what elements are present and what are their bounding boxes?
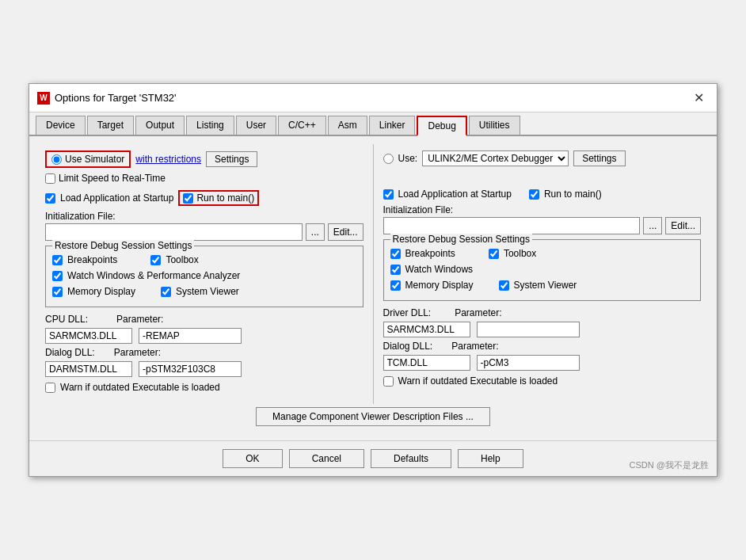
right-dialog-dll-label: Dialog DLL: bbox=[383, 341, 433, 352]
restrictions-link[interactable]: with restrictions bbox=[135, 154, 201, 165]
left-cpu-dll-input[interactable] bbox=[45, 328, 132, 344]
cancel-button[interactable]: Cancel bbox=[289, 449, 364, 468]
left-cpu-dll-inputs bbox=[45, 328, 363, 344]
left-warn-label: Warn if outdated Executable is loaded bbox=[60, 382, 220, 393]
left-cpu-param-label: Parameter: bbox=[116, 314, 163, 325]
tab-bar: Device Target Output Listing User C/C++ … bbox=[29, 112, 717, 136]
right-sysviewer-checkbox[interactable] bbox=[499, 280, 509, 291]
left-cpu-dll-row: CPU DLL: Parameter: bbox=[45, 314, 363, 325]
left-watch-row: Watch Windows & Performance Analyzer bbox=[52, 270, 356, 281]
right-warn-checkbox[interactable] bbox=[383, 376, 394, 387]
tab-cpp[interactable]: C/C++ bbox=[278, 116, 326, 135]
left-memory-label: Memory Display bbox=[67, 286, 135, 297]
left-warn-row: Warn if outdated Executable is loaded bbox=[45, 382, 363, 393]
right-toolbox-checkbox[interactable] bbox=[489, 249, 499, 259]
tab-asm[interactable]: Asm bbox=[328, 116, 367, 135]
main-columns: Use Simulator with restrictions Settings… bbox=[39, 144, 707, 404]
right-driver-dll-label: Driver DLL: bbox=[383, 307, 432, 318]
tab-linker[interactable]: Linker bbox=[369, 116, 416, 135]
tab-utilities[interactable]: Utilities bbox=[469, 116, 520, 135]
left-dialog-dll-param-input[interactable] bbox=[139, 361, 242, 377]
left-init-file-input[interactable] bbox=[45, 223, 303, 241]
simulator-radio[interactable] bbox=[51, 154, 62, 165]
right-settings-button[interactable]: Settings bbox=[573, 150, 625, 166]
tab-listing[interactable]: Listing bbox=[186, 116, 234, 135]
dialog-title: Options for Target 'STM32' bbox=[55, 92, 177, 104]
right-init-file-row: ... Edit... bbox=[383, 217, 702, 234]
manage-component-button[interactable]: Manage Component Viewer Description File… bbox=[256, 407, 490, 426]
left-sysviewer-label: System Viewer bbox=[176, 286, 239, 297]
left-breakpoints-checkbox[interactable] bbox=[52, 255, 63, 265]
help-button[interactable]: Help bbox=[458, 449, 523, 468]
right-driver-dll-inputs bbox=[383, 322, 702, 337]
right-driver-dll-input[interactable] bbox=[383, 322, 470, 337]
right-watch-label: Watch Windows bbox=[405, 264, 474, 275]
left-load-app-label: Load Application at Startup bbox=[60, 192, 173, 204]
left-run-to-main-checkbox[interactable] bbox=[183, 193, 193, 204]
tab-content: Use Simulator with restrictions Settings… bbox=[29, 136, 717, 440]
left-toolbox-checkbox[interactable] bbox=[150, 255, 161, 265]
ok-button[interactable]: OK bbox=[223, 449, 282, 468]
close-button[interactable]: ✕ bbox=[689, 89, 709, 107]
tab-output[interactable]: Output bbox=[135, 116, 185, 135]
load-run-row: Load Application at Startup Run to main(… bbox=[45, 190, 363, 206]
left-settings-button[interactable]: Settings bbox=[206, 151, 257, 167]
simulator-label: Use Simulator bbox=[65, 154, 124, 165]
tab-target[interactable]: Target bbox=[87, 116, 134, 135]
limit-speed-label: Limit Speed to Real-Time bbox=[59, 173, 166, 184]
left-watch-label: Watch Windows & Performance Analyzer bbox=[67, 270, 240, 281]
right-restore-content: Breakpoints Toolbox Watch Windows Memory… bbox=[390, 248, 695, 291]
right-driver-dll-row: Driver DLL: Parameter: bbox=[383, 307, 702, 318]
right-browse-button[interactable]: ... bbox=[643, 217, 662, 234]
defaults-button[interactable]: Defaults bbox=[371, 449, 451, 468]
left-init-label: Initialization File: bbox=[45, 211, 363, 222]
left-dialog-dll-input[interactable] bbox=[45, 361, 132, 377]
right-run-to-main-checkbox[interactable] bbox=[529, 189, 539, 200]
right-use-row: Use: ULINK2/ME Cortex Debugger Settings bbox=[383, 150, 702, 166]
app-icon: W bbox=[37, 92, 50, 105]
right-toolbox-label: Toolbox bbox=[504, 248, 536, 259]
right-column: Use: ULINK2/ME Cortex Debugger Settings … bbox=[377, 144, 708, 404]
right-init-label: Initialization File: bbox=[383, 204, 702, 215]
right-load-run-row: Load Application at Startup Run to main(… bbox=[383, 189, 702, 200]
main-dialog: W Options for Target 'STM32' ✕ Device Ta… bbox=[29, 83, 717, 477]
right-watch-checkbox[interactable] bbox=[390, 265, 401, 275]
right-init-file-input[interactable] bbox=[383, 217, 641, 234]
left-dialog-dll-row: Dialog DLL: Parameter: bbox=[45, 347, 363, 358]
left-sysviewer-checkbox[interactable] bbox=[161, 287, 171, 297]
left-load-app-checkbox[interactable] bbox=[45, 193, 55, 204]
tab-device[interactable]: Device bbox=[36, 116, 86, 135]
watermark: CSDN @我不是龙胜 bbox=[630, 459, 709, 471]
right-dialog-dll-param-input[interactable] bbox=[477, 355, 580, 371]
limit-speed-checkbox[interactable] bbox=[45, 173, 55, 184]
right-memory-checkbox[interactable] bbox=[390, 280, 401, 291]
right-driver-param-label: Parameter: bbox=[455, 307, 501, 318]
right-load-app-checkbox[interactable] bbox=[383, 189, 394, 200]
right-debugger-select[interactable]: ULINK2/ME Cortex Debugger bbox=[422, 150, 569, 166]
left-cpu-dll-label: CPU DLL: bbox=[45, 314, 88, 325]
right-warn-label: Warn if outdated Executable is loaded bbox=[398, 375, 558, 387]
limit-speed-row: Limit Speed to Real-Time bbox=[45, 173, 363, 184]
left-memory-checkbox[interactable] bbox=[52, 287, 63, 297]
right-edit-button[interactable]: Edit... bbox=[665, 217, 701, 234]
tab-user[interactable]: User bbox=[236, 116, 276, 135]
tab-debug[interactable]: Debug bbox=[417, 116, 466, 136]
title-bar-left: W Options for Target 'STM32' bbox=[37, 92, 177, 105]
left-browse-button[interactable]: ... bbox=[306, 223, 325, 241]
right-driver-dll-param-input[interactable] bbox=[477, 322, 580, 337]
left-edit-button[interactable]: Edit... bbox=[328, 223, 363, 241]
right-memory-label: Memory Display bbox=[405, 280, 474, 291]
right-spacer bbox=[383, 171, 702, 189]
left-column: Use Simulator with restrictions Settings… bbox=[39, 144, 370, 404]
left-init-file-row: ... Edit... bbox=[45, 223, 363, 241]
left-warn-checkbox[interactable] bbox=[45, 383, 55, 393]
right-use-radio[interactable] bbox=[383, 154, 394, 164]
simulator-row: Use Simulator with restrictions Settings bbox=[45, 150, 363, 168]
right-dialog-dll-input[interactable] bbox=[383, 355, 470, 371]
left-run-to-main-label: Run to main() bbox=[196, 192, 254, 204]
right-breakpoints-checkbox[interactable] bbox=[390, 249, 401, 259]
left-bp-toolbox-row: Breakpoints Toolbox bbox=[52, 254, 356, 265]
left-cpu-dll-param-input[interactable] bbox=[139, 328, 242, 344]
left-init-section: Initialization File: ... Edit... bbox=[45, 211, 363, 241]
left-watch-checkbox[interactable] bbox=[52, 271, 63, 281]
